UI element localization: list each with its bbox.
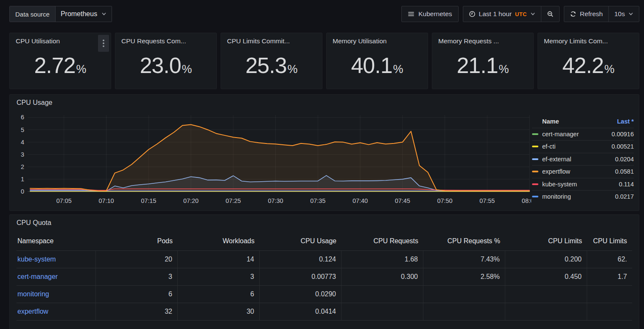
legend-item-name[interactable]: ef-external	[542, 156, 571, 163]
quota-value-cell	[587, 303, 632, 320]
legend-last-header[interactable]: Last *	[617, 118, 634, 125]
timezone-label: UTC	[515, 11, 527, 17]
legend-item: monitoring0.0217	[532, 190, 634, 203]
quota-header-cell[interactable]: Pods	[96, 233, 178, 250]
cpu-quota-title: CPU Quota	[10, 215, 639, 227]
x-tick-label: 07:25	[226, 198, 241, 205]
zoom-out-button[interactable]	[541, 6, 559, 22]
quota-header-row: NamespacePodsWorkloadsCPU UsageCPU Reque…	[17, 233, 632, 250]
stat-panel-4: Memory Utilisation40.1%	[326, 33, 428, 89]
time-range-label: Last 1 hour	[479, 10, 512, 18]
datasource-label: Data source	[10, 6, 56, 22]
stat-value-unit: %	[288, 63, 298, 76]
stat-value-unit: %	[393, 63, 403, 76]
quota-namespace-cell: cert-manager	[17, 268, 96, 285]
quota-value-cell	[342, 286, 423, 303]
quota-value-cell: 62.	[587, 251, 632, 268]
quota-header-cell[interactable]: CPU Requests	[342, 233, 423, 250]
legend-item-name[interactable]: cert-manager	[542, 131, 579, 138]
x-tick-label: 07:30	[268, 198, 283, 205]
quota-value-cell	[423, 286, 505, 303]
legend-name-header[interactable]: Name	[542, 118, 559, 125]
quota-value-cell: 1.68	[342, 251, 423, 268]
stat-panel-value: 25.3%	[221, 53, 322, 78]
quota-value-cell: 2.58%	[423, 268, 505, 285]
cpu-quota-panel: CPU Quota NamespacePodsWorkloadsCPU Usag…	[9, 214, 639, 329]
legend-item: ef-external0.0204	[532, 153, 634, 166]
quota-value-cell: 7.43%	[423, 251, 505, 268]
stat-value-unit: %	[182, 63, 192, 76]
quota-header-cell[interactable]: CPU Usage	[260, 233, 342, 250]
y-tick-label: 5	[21, 127, 24, 133]
namespace-link[interactable]: kube-system	[17, 256, 56, 263]
kubernetes-menu-button[interactable]: Kubernetes	[401, 6, 458, 22]
legend-item-value: 0.00521	[612, 143, 634, 150]
quota-namespace-cell: monitoring	[17, 286, 96, 303]
namespace-link[interactable]: expertflow	[17, 308, 48, 315]
refresh-icon	[570, 11, 577, 17]
quota-value-cell: 0.0414	[260, 303, 342, 320]
stat-panel-title: CPU Requests Com...	[121, 37, 210, 45]
quota-header-cell[interactable]: Namespace	[17, 233, 96, 250]
panel-menu-button[interactable]	[98, 35, 109, 52]
y-tick-label: 6	[21, 114, 24, 121]
quota-value-cell: 6	[178, 286, 260, 303]
legend-item-name[interactable]: ef-cti	[542, 143, 555, 150]
quota-header-cell[interactable]: CPU Requests %	[423, 233, 505, 250]
dashboard-page: Data source Prometheus Kubernetes Last 1…	[0, 0, 644, 329]
stat-panel-value: 40.1%	[327, 53, 428, 78]
hamburger-menu-icon	[408, 11, 414, 17]
quota-header-cell[interactable]: CPU Limits	[587, 233, 632, 250]
quota-value-cell: 0.00773	[260, 268, 342, 285]
quota-value-cell: 0.200	[505, 251, 587, 268]
series-color-swatch	[532, 146, 538, 147]
series-color-swatch	[532, 183, 538, 185]
quota-value-cell: 3	[96, 268, 178, 285]
quota-value-cell: 6	[96, 286, 178, 303]
time-range-button[interactable]: Last 1 hour UTC	[463, 6, 541, 22]
legend-item-name[interactable]: expertflow	[542, 168, 570, 175]
stat-panel-2: CPU Requests Com...23.0%	[115, 33, 217, 89]
quota-value-cell: 0.0290	[260, 286, 342, 303]
stat-value-number: 23.0	[140, 53, 181, 78]
y-tick-label: 3	[21, 151, 24, 158]
legend-item-name[interactable]: monitoring	[542, 193, 571, 200]
x-tick-label: 07:15	[141, 198, 156, 205]
stat-value-number: 21.1	[456, 53, 498, 78]
stat-panel-title: CPU Limits Commit...	[227, 37, 316, 45]
legend-item-name[interactable]: kube-system	[542, 181, 577, 188]
refresh-button[interactable]: Refresh	[564, 6, 608, 22]
stat-panel-value: 42.2%	[538, 53, 639, 78]
quota-value-cell: 14	[178, 251, 260, 268]
stat-panel-value: 21.1%	[432, 53, 533, 78]
datasource-select[interactable]: Prometheus	[56, 6, 112, 22]
time-picker-group: Last 1 hour UTC	[463, 6, 560, 22]
namespace-link[interactable]: cert-manager	[17, 273, 58, 281]
y-tick-label: 4	[21, 139, 24, 146]
cpu-usage-legend: NameLast *cert-manager0.00916ef-cti0.005…	[532, 115, 634, 203]
legend-item: expertflow0.0581	[532, 165, 634, 178]
stat-value-number: 40.1	[351, 53, 392, 78]
table-row: monitoring660.0290	[17, 285, 632, 303]
kubernetes-menu-label: Kubernetes	[418, 10, 452, 18]
stat-panel-title: Memory Utilisation	[333, 37, 422, 45]
stat-panel-1: CPU Utilisation2.72%	[9, 33, 111, 89]
x-tick-label: 07:40	[353, 198, 368, 205]
namespace-link[interactable]: monitoring	[17, 290, 49, 298]
cpu-usage-plot[interactable]: 07:0507:1007:1507:2007:2507:3007:3507:40…	[15, 112, 531, 208]
stat-panel-title: Memory Requests ...	[438, 37, 527, 45]
stat-value-number: 25.3	[245, 53, 286, 78]
stat-value-unit: %	[605, 63, 615, 76]
datasource-value: Prometheus	[61, 10, 97, 18]
table-row: kube-system20140.1241.687.43%0.20062.	[17, 250, 632, 268]
quota-value-cell: 32	[96, 303, 178, 320]
quota-value-cell	[423, 303, 505, 320]
quota-header-cell[interactable]: Workloads	[178, 233, 260, 250]
refresh-interval-select[interactable]: 10s	[608, 6, 639, 22]
quota-header-cell[interactable]: CPU Limits	[505, 233, 587, 250]
x-tick-label: 07:35	[310, 198, 325, 205]
stat-panel-value: 2.72%	[10, 53, 111, 78]
quota-value-cell: 20	[96, 251, 178, 268]
table-row: cert-manager330.007730.3002.58%0.4501.7	[17, 268, 632, 285]
chevron-down-icon	[628, 11, 633, 17]
